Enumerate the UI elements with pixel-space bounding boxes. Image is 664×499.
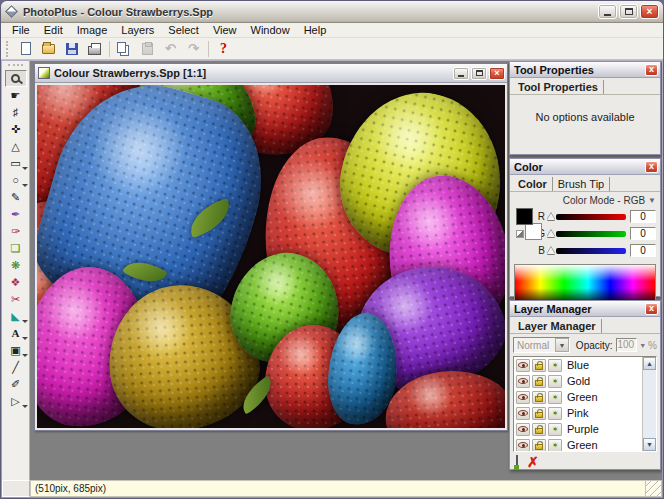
blue-slider[interactable] (556, 248, 626, 254)
new-layer-button[interactable] (516, 456, 518, 468)
blend-mode-select[interactable]: Normal ▼ (513, 337, 570, 353)
dropdown-arrow-icon[interactable] (22, 167, 28, 170)
tool-zoom[interactable] (5, 70, 27, 87)
red-value-field[interactable]: 0 (630, 210, 656, 223)
dropdown-arrow-icon[interactable] (22, 354, 28, 357)
tool-pan[interactable]: ☛ (5, 87, 27, 104)
maximize-button[interactable] (619, 4, 638, 19)
tool-node-edit[interactable]: ▷ (5, 393, 27, 410)
layer-name[interactable]: Blue (567, 359, 589, 371)
lock-button[interactable] (532, 359, 546, 372)
tool-move[interactable]: ✜ (5, 121, 27, 138)
new-button[interactable] (15, 39, 36, 58)
layer-name[interactable]: Green (567, 439, 598, 451)
lock-button[interactable] (532, 375, 546, 388)
dropdown-arrow-icon[interactable] (22, 405, 28, 408)
close-panel-button[interactable]: x (645, 64, 658, 76)
effects-button[interactable]: ✶ (548, 391, 562, 404)
tool-ellipse-select[interactable]: ○ (5, 172, 27, 189)
print-button[interactable] (84, 39, 105, 58)
tool-line[interactable]: ╱ (5, 359, 27, 376)
green-slider-thumb[interactable] (547, 230, 555, 237)
document-close-button[interactable]: × (489, 67, 505, 80)
title-bar[interactable]: PhotoPlus - Colour Strawberrys.Spp × (1, 1, 663, 23)
effects-button[interactable]: ✶ (548, 359, 562, 372)
close-button[interactable]: × (640, 4, 659, 19)
copy-button[interactable] (114, 39, 135, 58)
document-title-bar[interactable]: Colour Strawberrys.Spp [1:1] × (35, 64, 507, 83)
toolbar-grip[interactable] (6, 41, 11, 57)
effects-button[interactable]: ✶ (548, 423, 562, 436)
layer-row-green-2[interactable]: ✶ Green (514, 437, 656, 452)
layer-name[interactable]: Pink (567, 407, 588, 419)
save-button[interactable] (61, 39, 82, 58)
chevron-down-icon[interactable]: ▼ (648, 196, 656, 205)
image-canvas[interactable] (37, 85, 505, 428)
effects-button[interactable]: ✶ (548, 439, 562, 452)
tool-text[interactable]: A (5, 325, 27, 342)
visibility-button[interactable] (516, 423, 530, 436)
visibility-button[interactable] (516, 391, 530, 404)
chevron-down-icon[interactable]: ▼ (555, 338, 569, 352)
layer-name[interactable]: Gold (567, 375, 590, 387)
tool-pattern[interactable]: ❖ (5, 274, 27, 291)
effects-button[interactable]: ✶ (548, 375, 562, 388)
opacity-dropdown-icon[interactable]: ▼ (639, 342, 646, 349)
red-slider[interactable] (556, 214, 626, 220)
green-slider[interactable] (556, 231, 626, 237)
tool-flood-fill[interactable]: ◣ (5, 308, 27, 325)
menu-file[interactable]: File (5, 23, 37, 37)
resize-grip[interactable] (646, 480, 662, 497)
visibility-button[interactable] (516, 359, 530, 372)
close-panel-button[interactable]: x (645, 161, 658, 173)
menu-window[interactable]: Window (244, 23, 297, 37)
close-panel-button[interactable]: x (645, 303, 658, 315)
color-panel-header[interactable]: Color x (510, 159, 660, 175)
layer-manager-header[interactable]: Layer Manager x (510, 301, 660, 317)
scroll-down-button[interactable]: ▼ (643, 438, 656, 451)
opacity-field[interactable]: 100 (616, 338, 638, 352)
menu-layers[interactable]: Layers (114, 23, 161, 37)
visibility-button[interactable] (516, 375, 530, 388)
layer-row-green[interactable]: ✶ Green (514, 389, 656, 405)
delete-layer-button[interactable]: ✗ (527, 455, 539, 469)
tool-pencil[interactable]: ✎ (5, 189, 27, 206)
blue-slider-thumb[interactable] (547, 247, 555, 254)
tool-clone[interactable]: ❏ (5, 240, 27, 257)
document-minimize-button[interactable] (453, 67, 469, 80)
green-value-field[interactable]: 0 (630, 227, 656, 240)
menu-view[interactable]: View (206, 23, 244, 37)
document-window[interactable]: Colour Strawberrys.Spp [1:1] × (34, 63, 508, 431)
tool-deform[interactable]: △ (5, 138, 27, 155)
tool-airbrush[interactable]: ✑ (5, 223, 27, 240)
dropdown-arrow-icon[interactable] (22, 337, 28, 340)
reset-colors-icon[interactable] (516, 230, 524, 238)
layer-row-gold[interactable]: ✶ Gold (514, 373, 656, 389)
help-button[interactable]: ? (213, 39, 234, 58)
lock-button[interactable] (532, 439, 546, 452)
layer-list-scrollbar[interactable]: ▲ ▼ (642, 357, 656, 451)
menu-select[interactable]: Select (161, 23, 206, 37)
layer-name[interactable]: Purple (567, 423, 599, 435)
tool-scissors[interactable]: ✂ (5, 291, 27, 308)
menu-edit[interactable]: Edit (37, 23, 70, 37)
menu-image[interactable]: Image (70, 23, 115, 37)
tab-color[interactable]: Color (513, 177, 553, 191)
tool-rectangle-select[interactable]: ▭ (5, 155, 27, 172)
layer-row-pink[interactable]: ✶ Pink (514, 405, 656, 421)
tool-shape[interactable]: ▣ (5, 342, 27, 359)
tool-crop[interactable]: ♯ (5, 104, 27, 121)
document-maximize-button[interactable] (471, 67, 487, 80)
visibility-button[interactable] (516, 439, 530, 452)
layer-list[interactable]: ✶ Blue ✶ Gold (513, 356, 657, 452)
lock-button[interactable] (532, 423, 546, 436)
tool-smudge[interactable]: ❋ (5, 257, 27, 274)
lock-button[interactable] (532, 391, 546, 404)
effects-button[interactable]: ✶ (548, 407, 562, 420)
minimize-button[interactable] (598, 4, 617, 19)
tool-colour-pickup[interactable]: ✐ (5, 376, 27, 393)
tool-paintbrush[interactable]: ✒ (5, 206, 27, 223)
lock-button[interactable] (532, 407, 546, 420)
background-color-swatch[interactable] (525, 223, 542, 240)
menu-help[interactable]: Help (297, 23, 334, 37)
